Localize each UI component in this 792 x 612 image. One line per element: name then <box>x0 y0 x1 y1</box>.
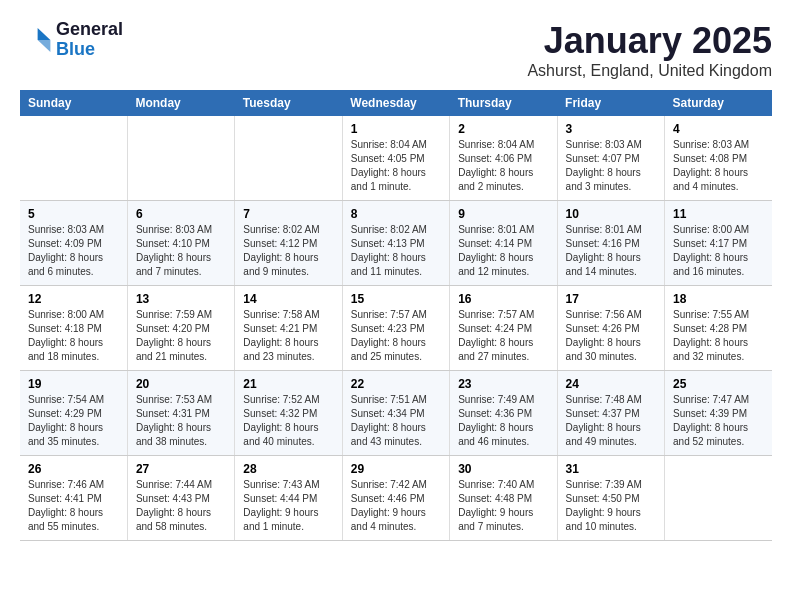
calendar-cell: 13Sunrise: 7:59 AM Sunset: 4:20 PM Dayli… <box>127 286 234 371</box>
day-info: Sunrise: 8:03 AM Sunset: 4:07 PM Dayligh… <box>566 138 656 194</box>
calendar-cell: 14Sunrise: 7:58 AM Sunset: 4:21 PM Dayli… <box>235 286 342 371</box>
day-info: Sunrise: 7:40 AM Sunset: 4:48 PM Dayligh… <box>458 478 548 534</box>
day-number: 10 <box>566 207 656 221</box>
day-info: Sunrise: 8:02 AM Sunset: 4:12 PM Dayligh… <box>243 223 333 279</box>
weekday-header-tuesday: Tuesday <box>235 90 342 116</box>
calendar-cell: 11Sunrise: 8:00 AM Sunset: 4:17 PM Dayli… <box>665 201 772 286</box>
calendar-cell: 29Sunrise: 7:42 AM Sunset: 4:46 PM Dayli… <box>342 456 449 541</box>
day-info: Sunrise: 7:59 AM Sunset: 4:20 PM Dayligh… <box>136 308 226 364</box>
day-info: Sunrise: 8:03 AM Sunset: 4:10 PM Dayligh… <box>136 223 226 279</box>
calendar-cell: 21Sunrise: 7:52 AM Sunset: 4:32 PM Dayli… <box>235 371 342 456</box>
calendar-cell: 17Sunrise: 7:56 AM Sunset: 4:26 PM Dayli… <box>557 286 664 371</box>
calendar-table: SundayMondayTuesdayWednesdayThursdayFrid… <box>20 90 772 541</box>
calendar-week-row: 26Sunrise: 7:46 AM Sunset: 4:41 PM Dayli… <box>20 456 772 541</box>
weekday-header-row: SundayMondayTuesdayWednesdayThursdayFrid… <box>20 90 772 116</box>
day-info: Sunrise: 8:04 AM Sunset: 4:05 PM Dayligh… <box>351 138 441 194</box>
day-number: 7 <box>243 207 333 221</box>
weekday-header-sunday: Sunday <box>20 90 127 116</box>
logo: General Blue <box>20 20 123 60</box>
calendar-cell: 30Sunrise: 7:40 AM Sunset: 4:48 PM Dayli… <box>450 456 557 541</box>
svg-marker-1 <box>38 40 51 52</box>
calendar-cell: 16Sunrise: 7:57 AM Sunset: 4:24 PM Dayli… <box>450 286 557 371</box>
day-number: 20 <box>136 377 226 391</box>
day-info: Sunrise: 8:04 AM Sunset: 4:06 PM Dayligh… <box>458 138 548 194</box>
calendar-week-row: 19Sunrise: 7:54 AM Sunset: 4:29 PM Dayli… <box>20 371 772 456</box>
day-info: Sunrise: 7:56 AM Sunset: 4:26 PM Dayligh… <box>566 308 656 364</box>
day-number: 11 <box>673 207 764 221</box>
day-info: Sunrise: 8:00 AM Sunset: 4:18 PM Dayligh… <box>28 308 119 364</box>
calendar-body: 1Sunrise: 8:04 AM Sunset: 4:05 PM Daylig… <box>20 116 772 541</box>
calendar-cell: 18Sunrise: 7:55 AM Sunset: 4:28 PM Dayli… <box>665 286 772 371</box>
day-info: Sunrise: 7:54 AM Sunset: 4:29 PM Dayligh… <box>28 393 119 449</box>
day-info: Sunrise: 7:42 AM Sunset: 4:46 PM Dayligh… <box>351 478 441 534</box>
day-number: 12 <box>28 292 119 306</box>
calendar-cell: 31Sunrise: 7:39 AM Sunset: 4:50 PM Dayli… <box>557 456 664 541</box>
day-number: 27 <box>136 462 226 476</box>
day-number: 15 <box>351 292 441 306</box>
calendar-header: SundayMondayTuesdayWednesdayThursdayFrid… <box>20 90 772 116</box>
day-info: Sunrise: 7:44 AM Sunset: 4:43 PM Dayligh… <box>136 478 226 534</box>
calendar-cell: 19Sunrise: 7:54 AM Sunset: 4:29 PM Dayli… <box>20 371 127 456</box>
calendar-cell <box>20 116 127 201</box>
day-number: 9 <box>458 207 548 221</box>
calendar-cell: 22Sunrise: 7:51 AM Sunset: 4:34 PM Dayli… <box>342 371 449 456</box>
calendar-cell: 6Sunrise: 8:03 AM Sunset: 4:10 PM Daylig… <box>127 201 234 286</box>
calendar-cell: 9Sunrise: 8:01 AM Sunset: 4:14 PM Daylig… <box>450 201 557 286</box>
day-number: 6 <box>136 207 226 221</box>
day-number: 13 <box>136 292 226 306</box>
weekday-header-monday: Monday <box>127 90 234 116</box>
calendar-cell: 25Sunrise: 7:47 AM Sunset: 4:39 PM Dayli… <box>665 371 772 456</box>
calendar-week-row: 1Sunrise: 8:04 AM Sunset: 4:05 PM Daylig… <box>20 116 772 201</box>
day-info: Sunrise: 8:00 AM Sunset: 4:17 PM Dayligh… <box>673 223 764 279</box>
day-info: Sunrise: 8:02 AM Sunset: 4:13 PM Dayligh… <box>351 223 441 279</box>
calendar-cell: 7Sunrise: 8:02 AM Sunset: 4:12 PM Daylig… <box>235 201 342 286</box>
day-info: Sunrise: 7:49 AM Sunset: 4:36 PM Dayligh… <box>458 393 548 449</box>
calendar-cell <box>127 116 234 201</box>
day-info: Sunrise: 8:03 AM Sunset: 4:09 PM Dayligh… <box>28 223 119 279</box>
logo-icon <box>20 24 52 56</box>
weekday-header-friday: Friday <box>557 90 664 116</box>
day-info: Sunrise: 7:53 AM Sunset: 4:31 PM Dayligh… <box>136 393 226 449</box>
day-info: Sunrise: 7:47 AM Sunset: 4:39 PM Dayligh… <box>673 393 764 449</box>
day-number: 29 <box>351 462 441 476</box>
day-info: Sunrise: 7:51 AM Sunset: 4:34 PM Dayligh… <box>351 393 441 449</box>
day-info: Sunrise: 7:39 AM Sunset: 4:50 PM Dayligh… <box>566 478 656 534</box>
day-number: 24 <box>566 377 656 391</box>
calendar-cell: 1Sunrise: 8:04 AM Sunset: 4:05 PM Daylig… <box>342 116 449 201</box>
day-number: 28 <box>243 462 333 476</box>
calendar-cell: 8Sunrise: 8:02 AM Sunset: 4:13 PM Daylig… <box>342 201 449 286</box>
weekday-header-saturday: Saturday <box>665 90 772 116</box>
day-number: 25 <box>673 377 764 391</box>
calendar-cell: 12Sunrise: 8:00 AM Sunset: 4:18 PM Dayli… <box>20 286 127 371</box>
day-info: Sunrise: 7:48 AM Sunset: 4:37 PM Dayligh… <box>566 393 656 449</box>
calendar-cell: 3Sunrise: 8:03 AM Sunset: 4:07 PM Daylig… <box>557 116 664 201</box>
day-number: 14 <box>243 292 333 306</box>
day-number: 19 <box>28 377 119 391</box>
day-number: 21 <box>243 377 333 391</box>
day-number: 5 <box>28 207 119 221</box>
calendar-cell: 26Sunrise: 7:46 AM Sunset: 4:41 PM Dayli… <box>20 456 127 541</box>
day-number: 17 <box>566 292 656 306</box>
day-number: 26 <box>28 462 119 476</box>
day-info: Sunrise: 7:57 AM Sunset: 4:23 PM Dayligh… <box>351 308 441 364</box>
day-number: 22 <box>351 377 441 391</box>
day-number: 1 <box>351 122 441 136</box>
svg-marker-0 <box>38 28 51 40</box>
weekday-header-wednesday: Wednesday <box>342 90 449 116</box>
calendar-cell: 2Sunrise: 8:04 AM Sunset: 4:06 PM Daylig… <box>450 116 557 201</box>
day-info: Sunrise: 8:01 AM Sunset: 4:14 PM Dayligh… <box>458 223 548 279</box>
day-info: Sunrise: 7:57 AM Sunset: 4:24 PM Dayligh… <box>458 308 548 364</box>
calendar-cell: 27Sunrise: 7:44 AM Sunset: 4:43 PM Dayli… <box>127 456 234 541</box>
calendar-title: January 2025 <box>527 20 772 62</box>
day-number: 16 <box>458 292 548 306</box>
calendar-subtitle: Ashurst, England, United Kingdom <box>527 62 772 80</box>
calendar-cell: 5Sunrise: 8:03 AM Sunset: 4:09 PM Daylig… <box>20 201 127 286</box>
day-info: Sunrise: 7:58 AM Sunset: 4:21 PM Dayligh… <box>243 308 333 364</box>
day-number: 18 <box>673 292 764 306</box>
calendar-cell: 20Sunrise: 7:53 AM Sunset: 4:31 PM Dayli… <box>127 371 234 456</box>
day-number: 2 <box>458 122 548 136</box>
day-info: Sunrise: 8:03 AM Sunset: 4:08 PM Dayligh… <box>673 138 764 194</box>
day-info: Sunrise: 7:55 AM Sunset: 4:28 PM Dayligh… <box>673 308 764 364</box>
calendar-cell: 28Sunrise: 7:43 AM Sunset: 4:44 PM Dayli… <box>235 456 342 541</box>
calendar-cell: 23Sunrise: 7:49 AM Sunset: 4:36 PM Dayli… <box>450 371 557 456</box>
